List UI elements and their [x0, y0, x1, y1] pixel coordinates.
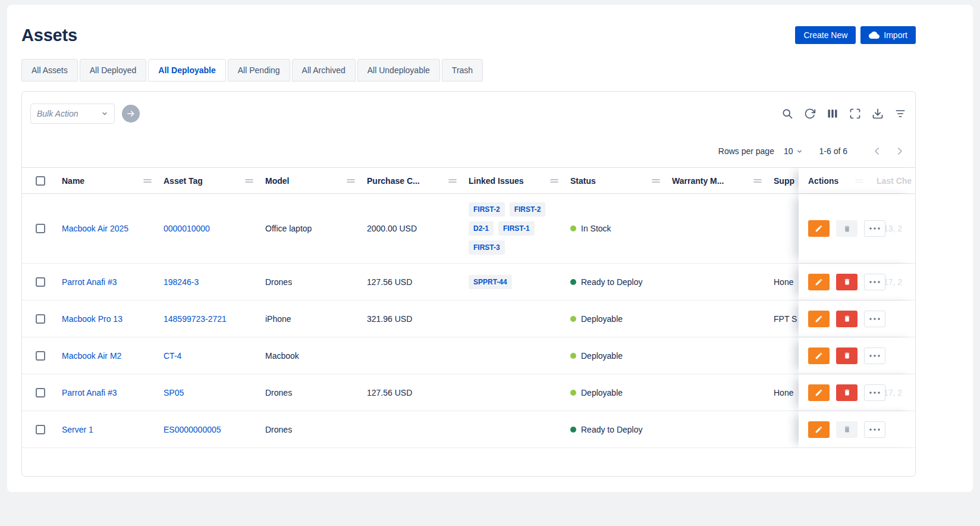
rows-per-page-select[interactable]: 10 — [784, 146, 803, 156]
delete-button[interactable] — [836, 384, 857, 401]
linked-issue-badge[interactable]: SPPRT-44 — [469, 275, 512, 289]
col-header-asset-tag[interactable]: Asset Tag — [158, 168, 259, 193]
column-menu-icon[interactable] — [347, 178, 355, 184]
delete-button — [836, 220, 857, 237]
status-text: Deployable — [581, 351, 623, 361]
tab-all-archived[interactable]: All Archived — [292, 59, 356, 82]
trash-icon — [843, 389, 851, 396]
name-cell: Server 1 — [56, 411, 158, 447]
asset-name-link[interactable]: Macbook Air M2 — [62, 351, 121, 361]
more-actions-button[interactable] — [864, 347, 885, 364]
delete-button[interactable] — [836, 274, 857, 290]
name-cell: Parrot Anafi #3 — [56, 374, 158, 411]
asset-tag-link[interactable]: 198246-3 — [164, 277, 199, 287]
edit-button[interactable] — [808, 274, 830, 290]
column-menu-icon[interactable] — [753, 178, 762, 184]
edit-button[interactable] — [808, 220, 830, 237]
col-header-name-label: Name — [62, 176, 84, 186]
col-header-name[interactable]: Name — [56, 168, 158, 193]
row-checkbox[interactable] — [36, 388, 45, 397]
table-toolbar: Bulk Action — [30, 104, 907, 124]
tab-all-assets[interactable]: All Assets — [21, 59, 78, 82]
asset-tag-link[interactable]: CT-4 — [164, 351, 181, 361]
chevron-down-icon — [101, 110, 108, 117]
select-all-checkbox[interactable] — [36, 176, 45, 186]
col-header-purchase-cost-label: Purchase C... — [367, 176, 420, 186]
edit-button[interactable] — [808, 421, 830, 438]
ellipsis-icon — [869, 281, 880, 283]
row-checkbox[interactable] — [36, 224, 45, 233]
tab-all-deployable[interactable]: All Deployable — [148, 59, 225, 82]
linked-issue-badge[interactable]: FIRST-2 — [469, 202, 505, 217]
bulk-action-apply-button[interactable] — [122, 105, 140, 123]
download-button[interactable] — [871, 107, 884, 120]
linked-issue-badge[interactable]: FIRST-3 — [469, 240, 505, 255]
refresh-button[interactable] — [803, 107, 816, 120]
more-actions-button[interactable] — [864, 274, 885, 290]
edit-button[interactable] — [808, 311, 830, 327]
name-cell: Macbook Air 2025 — [56, 194, 158, 263]
column-menu-icon[interactable] — [652, 178, 660, 184]
edit-button[interactable] — [808, 347, 830, 364]
asset-tag-link[interactable]: ES0000000005 — [164, 425, 221, 434]
column-menu-icon[interactable] — [448, 178, 457, 184]
column-menu-icon[interactable] — [245, 178, 253, 184]
pencil-icon — [815, 425, 823, 434]
col-header-model[interactable]: Model — [259, 168, 361, 193]
asset-tag-cell: SP05 — [158, 374, 259, 411]
create-new-button[interactable]: Create New — [795, 26, 856, 44]
download-icon — [872, 108, 884, 120]
edit-button[interactable] — [808, 384, 830, 401]
row-checkbox[interactable] — [36, 314, 45, 324]
col-header-actions-label: Actions — [808, 176, 838, 186]
more-actions-button[interactable] — [864, 384, 885, 401]
row-checkbox[interactable] — [36, 425, 45, 434]
tab-all-deployed[interactable]: All Deployed — [80, 59, 147, 82]
ellipsis-icon — [869, 355, 880, 357]
row-checkbox[interactable] — [36, 351, 45, 361]
asset-name-link[interactable]: Parrot Anafi #3 — [62, 277, 117, 287]
tab-trash[interactable]: Trash — [442, 59, 483, 82]
columns-button[interactable] — [826, 107, 839, 120]
tab-all-undeployable[interactable]: All Undeployable — [357, 59, 440, 82]
linked-issues-cell — [463, 374, 564, 411]
col-header-actions: Actions — [799, 168, 916, 193]
search-button[interactable] — [781, 107, 794, 120]
model-text: Drones — [265, 388, 292, 397]
col-header-warranty[interactable]: Warranty M... — [666, 168, 768, 193]
col-header-status[interactable]: Status — [564, 168, 666, 193]
delete-button[interactable] — [836, 311, 857, 327]
asset-tag-link[interactable]: SP05 — [164, 388, 184, 397]
asset-name-link[interactable]: Macbook Air 2025 — [62, 224, 128, 233]
more-actions-button[interactable] — [864, 220, 885, 237]
column-menu-icon[interactable] — [550, 178, 558, 184]
asset-name-link[interactable]: Parrot Anafi #3 — [62, 388, 117, 397]
delete-button[interactable] — [836, 347, 857, 364]
asset-tag-link[interactable]: 0000010000 — [164, 224, 210, 233]
next-page-button[interactable] — [893, 144, 907, 158]
col-header-linked-issues[interactable]: Linked Issues — [463, 168, 564, 193]
more-actions-button[interactable] — [864, 311, 885, 327]
status-text: Ready to Deploy — [581, 277, 643, 287]
filter-button[interactable] — [894, 107, 907, 120]
fullscreen-button[interactable] — [849, 107, 862, 120]
asset-name-link[interactable]: Macbook Pro 13 — [62, 314, 122, 324]
linked-issue-badge[interactable]: FIRST-1 — [498, 221, 535, 236]
purchase-cost-text: 2000.00 USD — [367, 224, 417, 233]
col-header-purchase-cost[interactable]: Purchase C... — [361, 168, 463, 193]
filter-icon — [894, 108, 906, 120]
bulk-action-select[interactable]: Bulk Action — [30, 104, 115, 124]
more-actions-button[interactable] — [864, 421, 885, 438]
trash-icon — [843, 278, 851, 286]
prev-page-button[interactable] — [870, 144, 884, 158]
asset-tag-link[interactable]: 148599723-2721 — [164, 314, 227, 324]
linked-issue-badge[interactable]: FIRST-2 — [510, 202, 546, 217]
tab-all-pending[interactable]: All Pending — [228, 59, 290, 82]
warranty-cell — [666, 337, 768, 374]
row-checkbox[interactable] — [36, 277, 45, 287]
linked-issue-badge[interactable]: D2-1 — [469, 221, 494, 236]
import-button[interactable]: Import — [860, 26, 916, 44]
column-menu-icon[interactable] — [143, 178, 152, 184]
status-cell: Deployable — [564, 300, 666, 337]
asset-name-link[interactable]: Server 1 — [62, 425, 93, 434]
